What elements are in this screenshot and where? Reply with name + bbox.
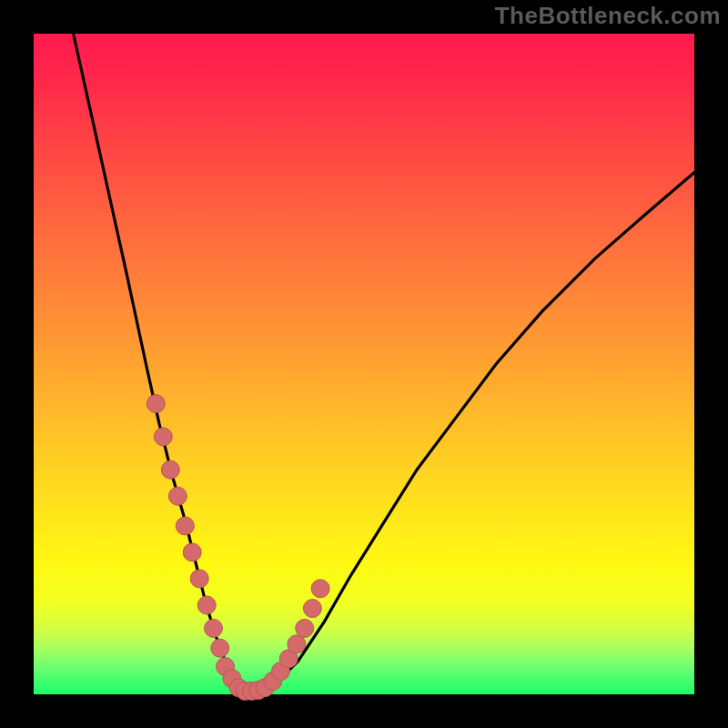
curve-marker [197, 596, 216, 614]
curve-marker [183, 543, 201, 561]
bottleneck-curve [74, 34, 694, 691]
curve-marker [211, 639, 229, 657]
curve-marker [296, 619, 314, 637]
curve-marker [303, 600, 321, 618]
chart-svg-layer [0, 0, 728, 728]
curve-marker [205, 619, 223, 637]
chart-frame: TheBottleneck.com [0, 0, 728, 728]
curve-marker [147, 395, 165, 413]
curve-marker [168, 487, 187, 505]
curve-marker [190, 570, 208, 588]
curve-marker [176, 517, 194, 535]
watermark-text: TheBottleneck.com [495, 2, 721, 30]
curve-marker [311, 580, 329, 598]
curve-marker [288, 635, 306, 653]
curve-marker [161, 460, 179, 479]
curve-marker [154, 428, 172, 446]
